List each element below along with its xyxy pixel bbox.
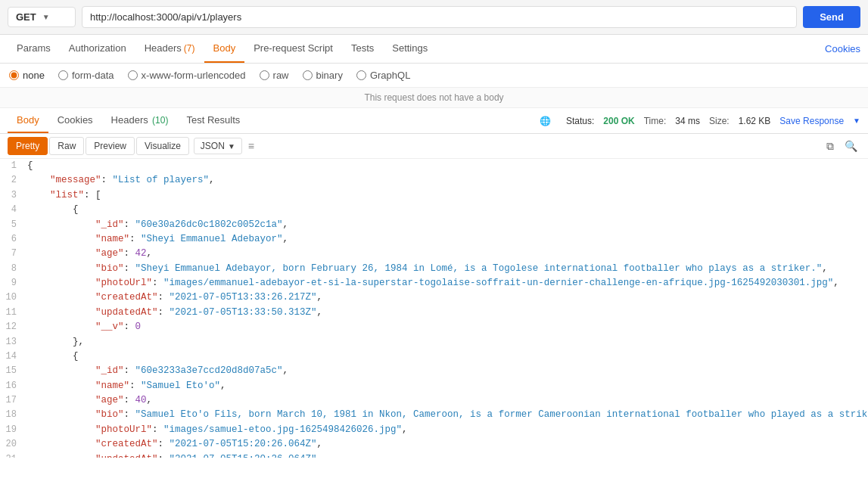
line-number: 3 [0, 188, 27, 203]
size-label: Size: [709, 116, 730, 126]
line-content: "updatedAt": "2021-07-05T13:33:50.313Z", [27, 306, 868, 320]
send-button[interactable]: Send [803, 6, 860, 28]
tab-authorization[interactable]: Authorization [60, 35, 135, 63]
response-tab-test-results[interactable]: Test Results [177, 108, 249, 133]
line-content: "photoUrl": "images/emmanuel-adebayor-et… [27, 276, 868, 290]
line-content: "list": [ [27, 188, 868, 203]
format-icon[interactable]: ≡ [248, 140, 254, 152]
line-number: 2 [0, 173, 27, 188]
view-visualize-button[interactable]: Visualize [136, 137, 189, 155]
time-value: 34 ms [675, 116, 700, 126]
body-option-urlencoded[interactable]: x-www-form-urlencoded [128, 70, 246, 81]
code-line: 18 "bio": "Samuel Eto'o Fils, born March… [0, 408, 868, 422]
tab-body[interactable]: Body [204, 35, 245, 63]
line-content: "_id": "60e30a26dc0c1802c0052c1a", [27, 218, 868, 232]
response-tab-cookies[interactable]: Cookies [48, 108, 102, 133]
code-line: 1{ [0, 159, 868, 173]
line-content: { [27, 203, 868, 217]
code-line: 4 { [0, 203, 868, 217]
code-line: 13 }, [0, 335, 868, 349]
format-chevron-icon: ▼ [228, 142, 235, 151]
body-option-none[interactable]: none [9, 70, 45, 81]
response-body-code: 1{2 "message": "List of players",3 "list… [0, 159, 868, 458]
line-number: 17 [0, 393, 27, 408]
code-line: 7 "age": 42, [0, 247, 868, 261]
method-chevron-icon: ▼ [42, 13, 50, 21]
save-response-button[interactable]: Save Response [779, 116, 844, 126]
line-content: "photoUrl": "images/samuel-etoo.jpg-1625… [27, 423, 868, 437]
line-number: 1 [0, 159, 27, 173]
tab-prerequest[interactable]: Pre-request Script [244, 35, 342, 63]
size-value: 1.62 KB [739, 116, 771, 126]
code-line: 19 "photoUrl": "images/samuel-etoo.jpg-1… [0, 423, 868, 437]
line-number: 6 [0, 232, 27, 247]
tab-params[interactable]: Params [8, 35, 60, 63]
search-icon[interactable]: 🔍 [842, 138, 860, 154]
line-number: 10 [0, 290, 27, 305]
line-content: "age": 42, [27, 247, 868, 261]
code-line: 9 "photoUrl": "images/emmanuel-adebayor-… [0, 276, 868, 290]
line-content: "message": "List of players", [27, 173, 868, 188]
no-body-notice: This request does not have a body [0, 88, 868, 108]
line-content: "age": 40, [27, 393, 868, 408]
save-response-chevron-icon[interactable]: ▼ [853, 116, 860, 125]
line-content: "bio": "Sheyi Emmanuel Adebayor, born Fe… [27, 262, 868, 276]
line-content: "name": "Sheyi Emmanuel Adebayor", [27, 232, 868, 247]
line-number: 13 [0, 335, 27, 349]
code-line: 20 "createdAt": "2021-07-05T15:20:26.064… [0, 437, 868, 452]
line-content: { [27, 159, 868, 173]
tab-tests[interactable]: Tests [342, 35, 383, 63]
line-content: "createdAt": "2021-07-05T15:20:26.064Z", [27, 437, 868, 452]
code-line: 2 "message": "List of players", [0, 173, 868, 188]
line-number: 20 [0, 437, 27, 452]
line-number: 4 [0, 203, 27, 217]
body-option-raw[interactable]: raw [260, 70, 289, 81]
response-tabs: Body Cookies Headers (10) Test Results 🌐… [0, 108, 868, 134]
url-input[interactable] [82, 6, 797, 28]
tab-headers[interactable]: Headers(7) [135, 35, 204, 63]
time-label: Time: [644, 116, 667, 126]
code-line: 10 "createdAt": "2021-07-05T13:33:26.217… [0, 290, 868, 305]
line-number: 16 [0, 379, 27, 393]
url-bar: GET ▼ Send [0, 0, 868, 35]
line-content: "name": "Samuel Eto'o", [27, 379, 868, 393]
line-content: "__v": 0 [27, 320, 868, 334]
body-option-graphql[interactable]: GraphQL [356, 70, 410, 81]
line-number: 9 [0, 276, 27, 290]
body-option-form-data[interactable]: form-data [58, 70, 114, 81]
line-number: 21 [0, 452, 27, 458]
line-number: 5 [0, 218, 27, 232]
view-preview-button[interactable]: Preview [86, 137, 135, 155]
response-tab-headers[interactable]: Headers (10) [102, 108, 178, 133]
line-number: 14 [0, 349, 27, 364]
body-option-binary[interactable]: binary [303, 70, 343, 81]
tab-settings[interactable]: Settings [383, 35, 437, 63]
body-options: none form-data x-www-form-urlencoded raw… [0, 64, 868, 88]
line-content: "createdAt": "2021-07-05T13:33:26.217Z", [27, 290, 868, 305]
code-line: 14 { [0, 349, 868, 364]
response-tab-body[interactable]: Body [8, 108, 48, 133]
view-pretty-button[interactable]: Pretty [8, 137, 48, 155]
code-line: 12 "__v": 0 [0, 320, 868, 334]
cookies-link[interactable]: Cookies [825, 36, 860, 62]
line-content: }, [27, 335, 868, 349]
request-tabs: Params Authorization Headers(7) Body Pre… [0, 35, 868, 64]
line-number: 7 [0, 247, 27, 261]
line-number: 11 [0, 306, 27, 320]
method-selector[interactable]: GET ▼ [8, 7, 76, 27]
line-content: "_id": "60e3233a3e7ccd20d8d07a5c", [27, 364, 868, 378]
format-selector[interactable]: JSON ▼ [194, 138, 242, 154]
line-number: 18 [0, 408, 27, 422]
view-controls: Pretty Raw Preview Visualize JSON ▼ ≡ ⧉ … [0, 134, 868, 159]
code-line: 3 "list": [ [0, 188, 868, 203]
line-number: 12 [0, 320, 27, 334]
line-number: 8 [0, 262, 27, 276]
response-meta: 🌐 Status: 200 OK Time: 34 ms Size: 1.62 … [540, 116, 860, 126]
view-raw-button[interactable]: Raw [49, 137, 84, 155]
code-line: 6 "name": "Sheyi Emmanuel Adebayor", [0, 232, 868, 247]
copy-icon[interactable]: ⧉ [823, 138, 837, 154]
code-line: 11 "updatedAt": "2021-07-05T13:33:50.313… [0, 306, 868, 320]
globe-icon: 🌐 [540, 116, 551, 126]
method-label: GET [16, 11, 36, 23]
code-line: 15 "_id": "60e3233a3e7ccd20d8d07a5c", [0, 364, 868, 378]
